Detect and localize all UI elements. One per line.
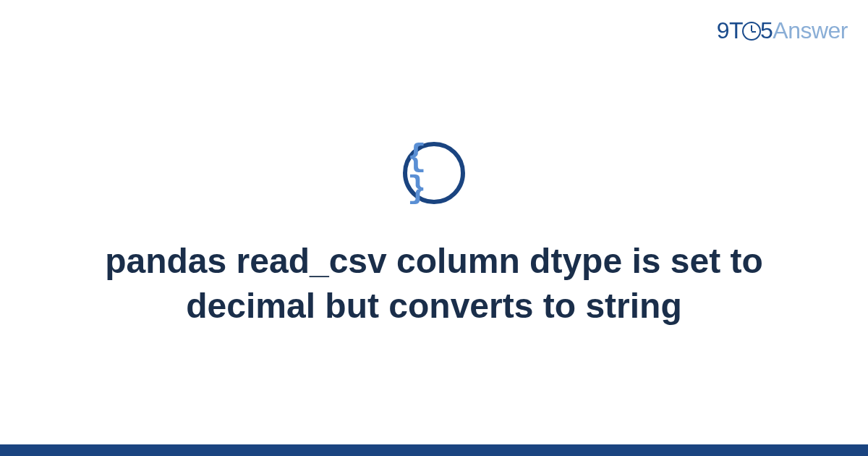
- question-title: pandas read_csv column dtype is set to d…: [72, 239, 796, 329]
- logo-text-5: 5: [760, 17, 773, 43]
- clock-icon: [742, 22, 761, 41]
- logo-text-answer: Answer: [773, 17, 848, 43]
- site-logo: 9T5Answer: [717, 17, 848, 44]
- code-braces-icon: { }: [407, 141, 461, 205]
- main-content: { } pandas read_csv column dtype is set …: [0, 0, 868, 456]
- logo-text-9t: 9T: [717, 17, 743, 43]
- footer-bar: [0, 444, 868, 456]
- category-icon-circle: { }: [403, 142, 465, 204]
